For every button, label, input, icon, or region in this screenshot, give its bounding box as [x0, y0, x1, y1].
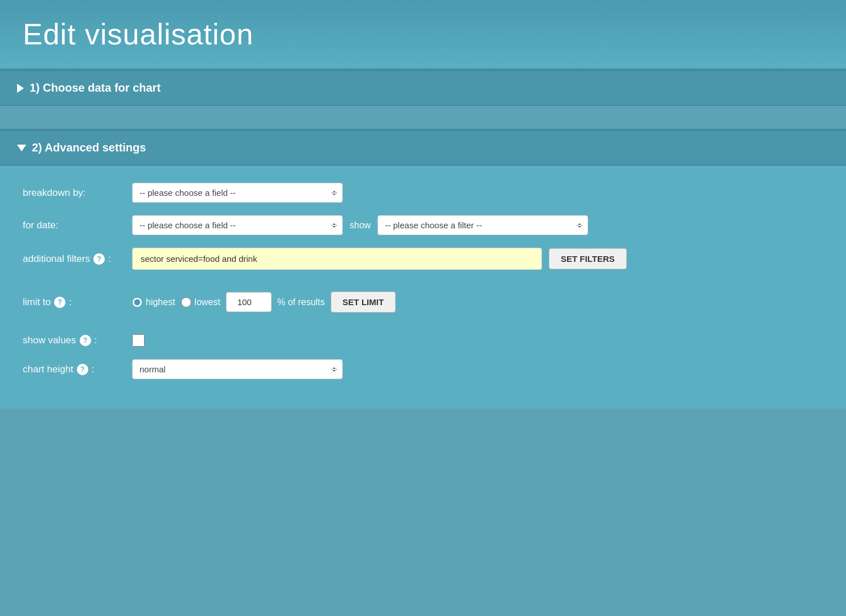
filter-select[interactable]: -- please choose a filter -- [377, 215, 588, 235]
highest-radio-label[interactable]: highest [132, 297, 175, 307]
show-values-label: show values ? : [23, 335, 125, 346]
set-filters-button[interactable]: SET FILTERS [549, 248, 627, 269]
percent-text: % of results [277, 297, 325, 307]
limit-help-icon[interactable]: ? [54, 297, 65, 308]
show-values-checkbox[interactable] [132, 334, 145, 347]
section-2-content: breakdown by: -- please choose a field -… [0, 166, 846, 409]
breakdown-row: breakdown by: -- please choose a field -… [23, 183, 823, 203]
limit-row: limit to ? : highest lowest % of results… [23, 291, 823, 313]
chart-height-help-icon[interactable]: ? [77, 364, 88, 375]
fordate-row: for date: -- please choose a field -- sh… [23, 215, 823, 235]
section-2: 2) Advanced settings breakdown by: -- pl… [0, 130, 846, 409]
section-1-arrow-icon [17, 84, 24, 93]
page-header: Edit visualisation [0, 0, 846, 70]
additional-filters-label: additional filters ? : [23, 253, 125, 265]
additional-filters-input[interactable] [132, 248, 542, 270]
highest-radio[interactable] [132, 297, 142, 307]
fordate-select[interactable]: -- please choose a field -- [132, 215, 343, 235]
set-limit-button[interactable]: SET LIMIT [331, 291, 396, 313]
chart-height-select[interactable]: normal small large extra large [132, 359, 343, 379]
show-values-row: show values ? : [23, 334, 823, 347]
additional-filters-help-icon[interactable]: ? [93, 253, 105, 265]
limit-value-input[interactable] [226, 292, 272, 312]
section-1-header[interactable]: 1) Choose data for chart [0, 70, 846, 106]
limit-radio-group: highest lowest % of results SET LIMIT [132, 291, 396, 313]
additional-filters-row: additional filters ? : SET FILTERS [23, 248, 823, 270]
lowest-radio-label[interactable]: lowest [181, 297, 220, 307]
section-2-title: 2) Advanced settings [32, 141, 146, 154]
fordate-label: for date: [23, 220, 125, 231]
section-1: 1) Choose data for chart [0, 70, 846, 106]
show-values-help-icon[interactable]: ? [80, 335, 91, 346]
chart-height-label: chart height ? : [23, 364, 125, 375]
breakdown-select[interactable]: -- please choose a field -- [132, 183, 343, 203]
breakdown-label: breakdown by: [23, 187, 125, 199]
section-2-header[interactable]: 2) Advanced settings [0, 130, 846, 166]
lowest-radio[interactable] [181, 297, 191, 307]
section-2-arrow-icon [17, 145, 26, 151]
page-title: Edit visualisation [23, 17, 823, 51]
show-text: show [350, 220, 371, 231]
show-values-checkbox-wrapper [132, 334, 145, 347]
limit-label: limit to ? : [23, 297, 125, 308]
section-1-title: 1) Choose data for chart [30, 81, 161, 95]
chart-height-row: chart height ? : normal small large extr… [23, 359, 823, 379]
